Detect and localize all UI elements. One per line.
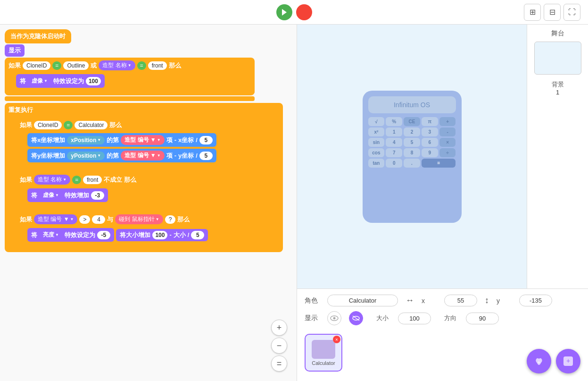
y-input[interactable] (519, 295, 552, 306)
calc-btn-4: 4 (386, 138, 402, 147)
costume-dropdown-3[interactable]: 造型 名称 (34, 175, 70, 185)
x-input[interactable] (444, 295, 477, 306)
sprite-name-row: 角色 ↔ x ↕ y (305, 295, 580, 306)
x-label: x (422, 297, 439, 305)
stage-sidebar: 舞台 背景 1 (527, 25, 588, 288)
add-sprite-fab[interactable]: + (527, 349, 551, 373)
eq-3: = (64, 121, 73, 129)
cloneid-pill: CloneID (23, 61, 50, 70)
fab-area: + + (527, 349, 580, 373)
calc-btn-dot: . (404, 159, 420, 168)
calc-btn-0: 0 (386, 159, 402, 168)
set-effect-block: 将 虚像 特效设定为 100 (16, 74, 105, 88)
y-arrow-icon: ↕ (485, 296, 489, 305)
visibility-row: 显示 大小 方向 (305, 311, 580, 325)
if-body-2: 将x坐标增加 xPosition 的第 造型 编号 ▼ 项 - x坐标 / 5 (27, 131, 280, 164)
sprite-delete-btn[interactable]: × (333, 336, 340, 343)
if-block-4: 如果 造型 编号 ▼ > 4 与 碰到 鼠标指针 ? 那么 将 亮度 (16, 212, 280, 249)
eq-2: = (137, 61, 146, 70)
y-label: y (497, 297, 513, 305)
calc-btn-9: 9 (422, 148, 438, 157)
calculator-pill: Calculator (75, 121, 108, 129)
top-bar: ⊞ ⊟ ⛶ (0, 0, 588, 25)
zoom-reset-btn[interactable]: = (271, 356, 287, 372)
set-brightness-block: 将 亮度 特效设定为 -5 (27, 228, 114, 242)
sprite-item-calculator[interactable]: × Calculator (305, 334, 342, 372)
code-panel[interactable]: 当作为克隆体启动时 显示 如果 CloneID = Outline 或 造型 名… (0, 25, 297, 381)
hat-label: 当作为克隆体启动时 (10, 32, 66, 41)
stage-area: Infinitum OS √ % CE π + x² 1 2 3 - sin (297, 25, 527, 288)
calc-btn-plus: + (439, 117, 456, 126)
dir-label: 方向 (444, 314, 456, 322)
costume-num-dropdown-1[interactable]: 造型 编号 ▼ (121, 135, 164, 145)
add-y-block: 将y坐标增加 yPosition 的第 造型 编号 ▼ 项 - y坐标 / 5 (27, 149, 216, 162)
bg-num: 1 (556, 89, 559, 96)
calc-btn-1: 1 (386, 127, 402, 136)
repeat-body: 如果 CloneID = Calculator 那么 将x坐标增加 xPosit… (16, 116, 283, 251)
ghost-dropdown[interactable]: 虚像 (28, 76, 51, 86)
right-panel: Infinitum OS √ % CE π + x² 1 2 3 - sin (297, 25, 588, 381)
hide-btn[interactable] (349, 311, 363, 325)
calc-btn-pi: π (422, 117, 438, 126)
hat-block-section: 当作为克隆体启动时 显示 如果 CloneID = Outline 或 造型 名… (5, 29, 292, 101)
costume-dropdown-1[interactable]: 造型 名称 (99, 60, 135, 70)
ghost-dropdown-2[interactable]: 虚像 (39, 190, 63, 200)
q-pill: ? (165, 215, 176, 224)
touch-dropdown[interactable]: 碰到 鼠标指针 (115, 214, 163, 224)
show-btn[interactable] (327, 311, 341, 325)
stage-label: 舞台 (551, 29, 564, 38)
gt-pill: > (79, 215, 90, 224)
dir-input[interactable] (466, 313, 499, 324)
outline-pill: Outline (63, 61, 89, 70)
show-block: 显示 (5, 44, 25, 57)
calc-buttons: √ % CE π + x² 1 2 3 - sin 4 5 6 (368, 117, 456, 168)
costume-num-dropdown-2[interactable]: 造型 编号 ▼ (121, 151, 164, 161)
calc-btn-ce: CE (404, 117, 420, 126)
zoom-in-btn[interactable]: + (271, 320, 287, 336)
front-pill-2: front (83, 176, 102, 184)
add-scene-fab[interactable]: + (556, 349, 580, 373)
sprite-name-input[interactable] (327, 295, 398, 306)
calc-display: Infinitum OS (368, 96, 456, 113)
calc-btn-x2: x² (368, 127, 385, 136)
fullscreen-btn[interactable]: ⛶ (563, 4, 580, 21)
play-button[interactable] (276, 4, 292, 20)
bg-label: 背景 (552, 80, 564, 89)
if-block-1: 如果 CloneID = Outline 或 造型 名称 = front 那么 … (5, 58, 255, 95)
sprite-label: 角色 (305, 296, 322, 305)
calculator-sprite: Infinitum OS √ % CE π + x² 1 2 3 - sin (363, 91, 462, 223)
xpos-dropdown[interactable]: xPosition (67, 136, 105, 144)
calc-btn-sin: sin (368, 138, 385, 147)
svg-marker-0 (282, 9, 287, 16)
ypos-dropdown[interactable]: yPosition (67, 152, 105, 160)
stage-thumb (534, 42, 581, 75)
zoom-out-btn[interactable]: − (271, 338, 287, 354)
sprite-preview (312, 340, 335, 359)
if-block-3: 如果 造型 名称 = front 不成立 那么 将 虚像 特效增加 -3 (16, 172, 280, 210)
costume-num-drop[interactable]: 造型 编号 ▼ (34, 214, 77, 224)
layout-btn2[interactable]: ⊟ (544, 4, 561, 21)
x-arrow-icon: ↔ (406, 296, 414, 305)
cloneid-2: CloneID (34, 121, 62, 129)
front-pill-1: front (148, 61, 167, 70)
eq-1: = (52, 61, 61, 70)
calc-btn-6: 6 (422, 138, 438, 147)
layout-btn1[interactable]: ⊞ (524, 4, 541, 21)
if-body-3: 将 虚像 特效增加 -3 (27, 186, 280, 204)
brightness-dropdown[interactable]: 亮度 (39, 230, 63, 240)
add-size-block: 将大小增加 100 - 大小 / 5 (116, 229, 208, 241)
calc-btn-2: 2 (404, 127, 420, 136)
sprite-name-label: Calculator (312, 360, 335, 366)
repeat-header: 重复执行 (5, 104, 283, 116)
svg-text:+: + (566, 357, 570, 364)
size-input[interactable] (398, 313, 431, 324)
svg-text:+: + (538, 360, 540, 365)
zoom-controls: + − = (271, 320, 287, 372)
repeat-block: 重复执行 如果 CloneID = Calculator 那么 将x (5, 103, 283, 252)
hat-block: 当作为克隆体启动时 (5, 29, 71, 43)
svg-point-2 (333, 317, 336, 320)
props-panel: 角色 ↔ x ↕ y 显示 大小 方向 (297, 288, 588, 381)
if-body-1: 将 虚像 特效设定为 100 (16, 72, 255, 90)
set-effect-row: 将 虚像 特效设定为 100 (16, 73, 255, 89)
stop-button[interactable] (296, 4, 312, 20)
